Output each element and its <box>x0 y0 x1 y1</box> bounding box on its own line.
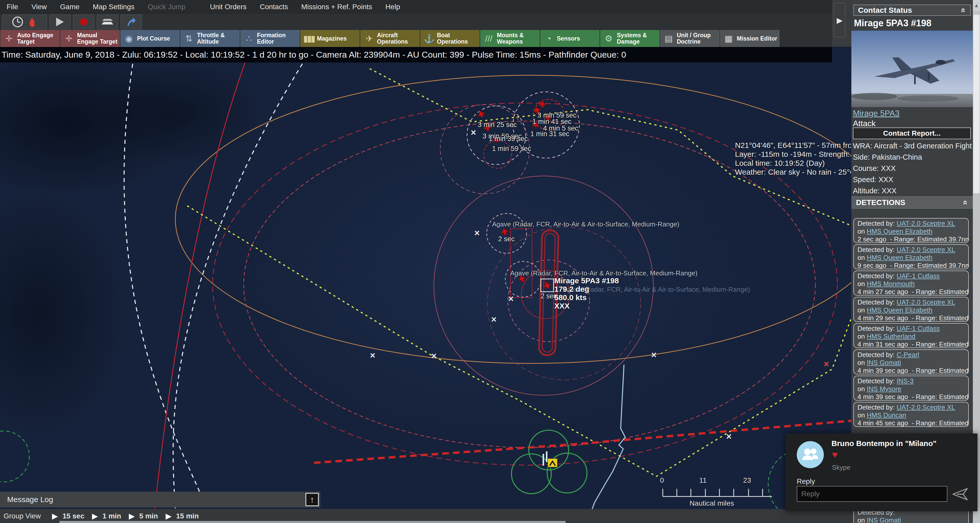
contact-age: 2 sec <box>498 235 515 243</box>
contact-report-button[interactable]: Contact Report... <box>853 127 971 139</box>
menu-bar: File View Game Map Settings Quick Jump U… <box>0 0 851 14</box>
speed-5min-button[interactable]: 5 min <box>139 512 158 520</box>
manual-engage-target-button[interactable]: ✛ Manual Engage Target <box>60 30 120 47</box>
play-icon[interactable]: ▶ <box>158 512 176 520</box>
time-compression-button[interactable] <box>2 14 47 29</box>
scrollbar-up-arrow[interactable]: ▲ <box>973 0 980 11</box>
speed-15min-button[interactable]: 15 min <box>176 512 199 520</box>
group-view-button[interactable]: Group View <box>0 512 45 520</box>
message-log-bar[interactable]: Message Log <box>0 491 320 507</box>
datum-cross[interactable]: × <box>474 228 479 238</box>
sensor-link[interactable]: INS-3 <box>897 377 913 385</box>
contact-status-header[interactable]: Contact Status « <box>853 5 971 16</box>
menu-contacts[interactable]: Contacts <box>253 3 295 11</box>
unknown-surface-contact-icon[interactable] <box>548 458 557 467</box>
menu-view[interactable]: View <box>25 3 53 11</box>
datum-cross[interactable]: × <box>491 314 496 325</box>
contact-timer: 1 min 31 sec <box>530 130 570 138</box>
ship-link[interactable]: HMS Sutherland <box>867 333 915 340</box>
play-button[interactable] <box>49 14 71 29</box>
datum-cross[interactable]: × <box>431 350 436 361</box>
ship-link[interactable]: HMS Queen Elizabeth <box>867 227 932 235</box>
menu-game[interactable]: Game <box>53 3 86 11</box>
contact-posture: Attack <box>853 119 876 128</box>
sensor-link[interactable]: UAF-1 Cutlass <box>897 325 940 332</box>
message-log-expand-button[interactable]: ↑ <box>305 493 319 506</box>
datum-cross[interactable]: × <box>508 293 514 304</box>
on-label: on <box>858 306 867 314</box>
boat-operations-button[interactable]: ⚓ Boat Operations <box>420 30 479 47</box>
detected-by-label: Detected by: <box>858 325 897 332</box>
boundary-dashed-2 <box>173 64 302 523</box>
sensor-link[interactable]: UAT-2.0 Sceptre XL <box>897 246 955 254</box>
message-log-label: Message Log <box>7 495 53 504</box>
detected-by-label: Detected by: <box>858 220 897 227</box>
altitude-info: Altitude: XXX <box>853 187 972 195</box>
detection-range: - Range: Estimated 41. <box>912 341 969 348</box>
aircraft-operations-button[interactable]: ✈ Aircraft Operations <box>360 30 420 47</box>
datum-cross[interactable]: × <box>651 350 656 360</box>
menu-missions-ref-points[interactable]: Missions + Ref. Points <box>294 3 379 11</box>
reply-input[interactable] <box>797 486 947 502</box>
map-layers-button[interactable] <box>97 14 118 29</box>
sensor-link[interactable]: UAF-1 Cutlass <box>897 272 940 280</box>
record-button[interactable] <box>73 14 94 29</box>
magazines-button[interactable]: ▮▮▮ Magazines <box>301 30 360 47</box>
datum-cross[interactable]: × <box>471 127 476 138</box>
button-label: Unit / Group Doctrine <box>677 32 719 45</box>
detection-age: 4 min 39 sec ago <box>858 393 908 401</box>
datum-cross[interactable]: × <box>726 431 732 442</box>
hostile-aircraft-icon[interactable] <box>538 100 546 108</box>
on-label: on <box>858 359 867 366</box>
mission-editor-button[interactable]: ▦ Mission Editor <box>720 30 780 47</box>
collapse-icon[interactable]: « <box>961 200 971 205</box>
sensor-link[interactable]: UAT-2.0 Sceptre XL <box>897 403 955 411</box>
ship-link[interactable]: HMS Monmouth <box>867 280 915 288</box>
sensor-link[interactable]: UAT-2.0 Sceptre XL <box>897 298 955 306</box>
scale-tick-label: 11 <box>699 476 707 485</box>
auto-engage-target-button[interactable]: ✛ Auto Engage Target <box>0 30 60 47</box>
map-viewport[interactable]: × × × × × × × × × 3 min 25 sec 3 min 59 … <box>0 46 851 523</box>
mounts-weapons-button[interactable]: /// Mounts & Weapons <box>480 30 539 47</box>
ship-link[interactable]: HMS Queen Elizabeth <box>867 306 932 314</box>
notification-title: Bruno Bontempo in "Milano" <box>832 439 937 448</box>
datum-cross-red[interactable]: × <box>824 359 829 369</box>
selected-contact-label: Mirage 5PA3 #198 179.2 deg 580.0 kts XXX <box>554 276 619 310</box>
send-icon[interactable] <box>952 488 969 501</box>
ship-link[interactable]: HMS Duncan <box>867 411 906 419</box>
throttle-altitude-button[interactable]: ⇅ Throttle & Altitude <box>180 30 240 47</box>
menu-file[interactable]: File <box>0 3 25 11</box>
collapse-icon[interactable]: « <box>959 8 969 13</box>
speed-15sec-button[interactable]: 15 sec <box>62 512 84 520</box>
detections-header[interactable]: DETECTIONS « <box>851 197 973 209</box>
panel-expand-button[interactable]: ▶ <box>834 3 845 37</box>
datum-cross[interactable]: × <box>370 350 375 361</box>
sensors-button[interactable]: ◔ Sensors <box>540 30 600 47</box>
play-icon[interactable]: ▶ <box>45 512 62 520</box>
play-icon[interactable]: ▶ <box>121 512 139 520</box>
speed-1min-button[interactable]: 1 min <box>103 512 121 520</box>
ship-link[interactable]: INS Gomati <box>867 517 901 523</box>
formation-editor-button[interactable]: ∴ Formation Editor <box>240 30 300 47</box>
ship-link[interactable]: INS Mysore <box>867 385 901 393</box>
jump-to-button[interactable] <box>121 14 142 29</box>
unit-group-doctrine-button[interactable]: ▤ Unit / Group Doctrine <box>660 30 719 47</box>
sensor-link[interactable]: UAT-2.0 Sceptre XL <box>897 220 955 227</box>
hostile-aircraft-icon[interactable] <box>476 108 487 119</box>
systems-damage-button[interactable]: ⚙ Systems & Damage <box>600 30 659 47</box>
detected-by-label: Detected by: <box>858 377 897 385</box>
on-label: on <box>858 411 867 419</box>
menu-help[interactable]: Help <box>379 3 407 11</box>
sensor-link[interactable]: C-Pearl <box>897 351 919 358</box>
menu-unit-orders[interactable]: Unit Orders <box>204 3 253 11</box>
ship-link[interactable]: HMS Queen Elizabeth <box>867 254 932 262</box>
detection-card: Detected by: C-Pearl on INS Gomati 4 min… <box>853 349 969 374</box>
sidebar-scrollbar-thumb[interactable] <box>974 15 980 193</box>
plot-course-button[interactable]: ◉ Plot Course <box>121 30 180 47</box>
ship-link[interactable]: INS Gomati <box>867 359 901 366</box>
play-icon[interactable]: ▶ <box>84 512 103 520</box>
contact-type-link[interactable]: Mirage 5PA3 <box>853 109 900 118</box>
menu-map-settings[interactable]: Map Settings <box>86 3 141 11</box>
horizontal-scrollbar[interactable] <box>59 521 566 523</box>
reply-label: Reply <box>797 477 815 485</box>
